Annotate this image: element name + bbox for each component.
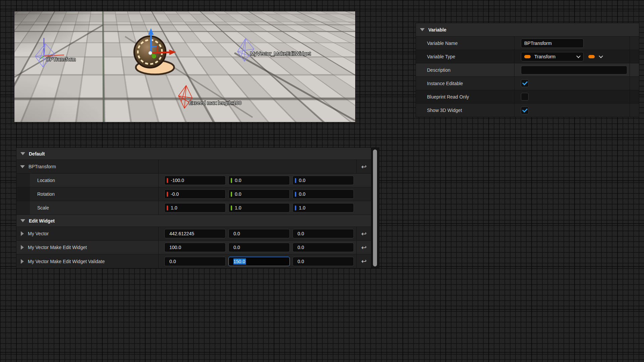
rotation-z-input[interactable]: 0.0 <box>292 189 354 199</box>
expand-triangle-icon[interactable] <box>21 245 24 250</box>
description-input[interactable] <box>521 66 627 74</box>
edit-widget-category-header[interactable]: Edit Widget <box>16 215 371 227</box>
exceed-widget[interactable]: Exceed max length:100 <box>178 85 241 108</box>
expand-triangle-icon[interactable] <box>20 165 25 168</box>
column-divider <box>630 37 630 50</box>
scale-x-input[interactable]: 1.0 <box>164 203 226 213</box>
gizmo-y-knob <box>152 54 156 59</box>
column-divider <box>514 50 515 63</box>
z-axis-bar-icon <box>295 205 296 210</box>
show-3d-widget-checkbox[interactable] <box>521 107 529 114</box>
my-vector-x-value: 442.612245 <box>169 231 194 236</box>
column-divider <box>514 63 515 76</box>
details-panel: Default BPTransform ↩ Location -100.0 0.… <box>16 148 371 268</box>
location-z-value: 0.0 <box>299 178 305 183</box>
column-divider <box>356 241 357 254</box>
mvmew-z-input[interactable]: 0.0 <box>292 243 354 252</box>
my-vector-y-value: 0.0 <box>233 231 240 236</box>
rotation-y-input[interactable]: 0.0 <box>228 189 290 199</box>
column-divider <box>514 37 515 50</box>
indent-strip <box>16 187 30 201</box>
container-type-pin-icon[interactable] <box>588 55 595 58</box>
gizmo-z-arrowhead <box>148 28 154 35</box>
location-row: Location -100.0 0.0 0.0 <box>16 174 371 187</box>
reset-to-default-button[interactable]: ↩ <box>359 242 369 252</box>
my-vector-x-input[interactable]: 442.612245 <box>164 229 226 238</box>
column-divider <box>356 160 357 173</box>
variable-details-panel: Variable Variable Name BPTransform Varia… <box>416 23 639 117</box>
location-x-value: -100.0 <box>171 178 184 183</box>
mvmewv-x-input[interactable]: 0.0 <box>164 257 226 266</box>
3d-viewport-preview[interactable]: BPTransform MyVector_MakeEditWidget <box>14 11 355 122</box>
column-divider <box>158 160 159 173</box>
variable-name-value: BPTransform <box>524 41 552 46</box>
y-axis-bar-icon <box>231 192 232 197</box>
variable-name-row: Variable Name BPTransform <box>416 37 639 50</box>
instance-editable-checkbox[interactable] <box>521 79 529 87</box>
default-category-header[interactable]: Default <box>16 148 371 160</box>
column-divider <box>356 227 357 240</box>
mvmewv-z-input[interactable]: 0.0 <box>292 257 354 266</box>
myvector-octahedron-icon <box>237 39 254 61</box>
details-scrollbar-thumb[interactable] <box>373 149 377 266</box>
gizmo-origin-dot <box>149 51 152 55</box>
reset-to-default-button[interactable]: ↩ <box>359 256 369 266</box>
expand-triangle-icon[interactable] <box>21 231 24 236</box>
bptransform-label: BPTransform <box>46 56 76 62</box>
blueprint-read-only-checkbox[interactable] <box>521 93 529 101</box>
scale-label: Scale <box>37 205 49 210</box>
my-vector-make-edit-widget-label: My Vector Make Edit Widget <box>28 245 87 250</box>
variable-section-header[interactable]: Variable <box>416 23 639 37</box>
location-label: Location <box>37 178 55 183</box>
floor-major-diagonal-right <box>234 53 355 121</box>
scale-z-input[interactable]: 1.0 <box>292 203 354 213</box>
column-divider <box>158 254 159 268</box>
mvmew-x-input[interactable]: 100.0 <box>164 243 226 252</box>
floor-green-axis-line <box>103 11 104 122</box>
variable-type-row: Variable Type Transform <box>416 50 639 63</box>
variable-type-dropdown[interactable]: Transform <box>521 52 584 61</box>
bptransform-property-row[interactable]: BPTransform ↩ <box>16 160 371 174</box>
location-x-input[interactable]: -100.0 <box>164 176 226 185</box>
location-y-value: 0.0 <box>235 178 241 183</box>
mvmew-y-value: 0.0 <box>233 245 240 250</box>
gizmo-x-axis <box>151 52 169 53</box>
exceed-label: Exceed max length:100 <box>189 100 241 106</box>
blueprint-editor-canvas[interactable]: { "viewport": { "labels": { "bptransform… <box>0 0 644 362</box>
variable-name-input[interactable]: BPTransform <box>521 39 584 48</box>
gizmo-x-arrowhead <box>169 50 176 55</box>
location-y-input[interactable]: 0.0 <box>228 176 290 185</box>
scale-y-input[interactable]: 1.0 <box>228 203 290 213</box>
expand-triangle-icon[interactable] <box>21 259 24 264</box>
myvector-widget[interactable]: MyVector_MakeEditWidget <box>237 39 311 61</box>
mvmewv-y-input-focused[interactable]: 150.0 <box>228 257 290 266</box>
details-scrollbar-track[interactable] <box>371 148 379 268</box>
my-vector-label: My Vector <box>28 231 49 236</box>
column-divider <box>158 227 159 240</box>
myvector-label: MyVector_MakeEditWidget <box>250 51 311 56</box>
location-z-input[interactable]: 0.0 <box>292 176 354 185</box>
rotation-x-input[interactable]: -0.0 <box>164 189 226 199</box>
my-vector-y-input[interactable]: 0.0 <box>228 229 290 238</box>
reset-to-default-button[interactable]: ↩ <box>359 229 369 239</box>
column-divider <box>158 201 159 215</box>
z-axis-bar-icon <box>295 192 296 197</box>
description-row: Description <box>416 63 639 77</box>
scale-row: Scale 1.0 1.0 1.0 <box>16 201 371 215</box>
chevron-down-icon <box>576 54 581 58</box>
my-vector-make-edit-widget-validate-label: My Vector Make Edit Widget Validate <box>28 259 105 264</box>
my-vector-z-value: 0.0 <box>298 231 304 236</box>
mvmew-y-input[interactable]: 0.0 <box>228 243 290 252</box>
column-divider <box>630 63 630 76</box>
column-divider <box>514 90 515 103</box>
container-type-chevron-icon[interactable] <box>599 54 603 58</box>
z-axis-bar-icon <box>295 178 296 183</box>
show-3d-widget-row: Show 3D Widget <box>416 104 639 117</box>
collapse-triangle-icon <box>20 152 25 155</box>
rotation-z-value: 0.0 <box>299 191 305 197</box>
variable-section-title: Variable <box>428 27 446 33</box>
reset-to-default-button[interactable]: ↩ <box>359 162 369 172</box>
my-vector-z-input[interactable]: 0.0 <box>292 229 354 238</box>
mvmewv-x-value: 0.0 <box>169 259 176 264</box>
mvmewv-y-value-selected: 150.0 <box>233 258 246 264</box>
